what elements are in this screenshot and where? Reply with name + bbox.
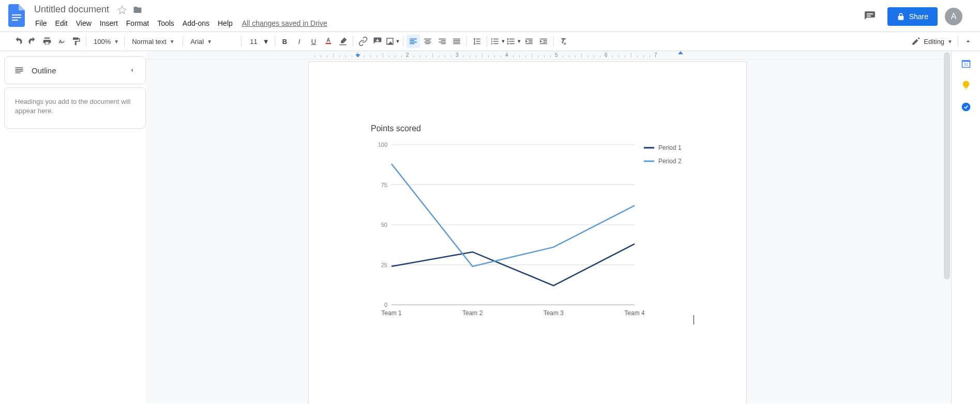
underline-button[interactable]: U: [307, 35, 321, 48]
svg-text:Team 4: Team 4: [624, 309, 645, 317]
align-justify-button[interactable]: [450, 35, 463, 48]
editing-mode-label: Editing: [924, 38, 944, 45]
menu-file[interactable]: File: [31, 17, 51, 29]
workspace: Outline Headings you add to the document…: [0, 51, 980, 403]
svg-text:Period 2: Period 2: [658, 158, 682, 165]
scrollbar-thumb[interactable]: [944, 52, 950, 279]
align-center-button[interactable]: [421, 35, 434, 48]
pencil-icon: [911, 37, 921, 46]
paragraph-style-value: Normal text: [132, 38, 166, 45]
horizontal-ruler[interactable]: 1234567: [146, 51, 951, 59]
header-actions: Share A: [860, 3, 976, 27]
svg-rect-1: [12, 17, 21, 18]
align-right-button[interactable]: [435, 35, 449, 48]
align-left-button[interactable]: [406, 35, 420, 48]
outline-title-label: Outline: [32, 66, 56, 75]
redo-button[interactable]: [26, 35, 39, 48]
chevron-down-icon: ▼: [396, 39, 400, 44]
svg-rect-0: [12, 14, 21, 15]
outline-panel: Outline Headings you add to the document…: [0, 51, 146, 403]
chevron-down-icon: ▼: [947, 39, 953, 44]
spellcheck-button[interactable]: [55, 35, 68, 48]
save-status-link[interactable]: All changes saved in Drive: [237, 17, 333, 29]
comment-history-icon[interactable]: [860, 6, 880, 27]
chart-object[interactable]: Points scored 0255075100Team 1Team 2Team…: [371, 124, 702, 325]
menu-bar: File Edit View Insert Format Tools Add-o…: [29, 16, 860, 32]
clear-formatting-button[interactable]: [557, 35, 570, 48]
doc-title-input[interactable]: Untitled document: [31, 3, 112, 16]
svg-point-30: [961, 103, 970, 112]
undo-button[interactable]: [11, 35, 25, 48]
share-button-label: Share: [909, 12, 928, 21]
text-color-button[interactable]: [322, 35, 335, 48]
menu-help[interactable]: Help: [214, 17, 237, 29]
lock-icon: [897, 12, 905, 21]
paint-format-button[interactable]: [69, 35, 83, 48]
menu-view[interactable]: View: [72, 17, 96, 29]
svg-text:Team 2: Team 2: [462, 309, 483, 317]
docs-logo[interactable]: [6, 5, 27, 26]
menu-addons[interactable]: Add-ons: [178, 17, 214, 29]
insert-link-button[interactable]: [356, 35, 370, 48]
insert-comment-button[interactable]: [371, 35, 384, 48]
italic-button[interactable]: I: [293, 35, 306, 48]
zoom-value: 100%: [94, 38, 111, 45]
outline-collapse-button[interactable]: [128, 66, 136, 74]
svg-point-6: [507, 38, 509, 40]
svg-text:0: 0: [384, 302, 387, 308]
svg-text:Period 1: Period 1: [658, 144, 682, 151]
editing-mode-select[interactable]: Editing ▼: [907, 35, 955, 48]
share-button[interactable]: Share: [887, 7, 938, 26]
svg-rect-4: [867, 15, 871, 17]
chevron-down-icon: ▼: [207, 39, 212, 44]
ruler-tick: 7: [654, 52, 657, 58]
insert-image-button[interactable]: ▼: [385, 35, 400, 48]
svg-rect-5: [325, 43, 331, 44]
bold-button[interactable]: B: [278, 35, 292, 48]
tasks-addon-icon[interactable]: [961, 102, 971, 112]
outline-header: Outline: [4, 56, 146, 84]
svg-rect-3: [867, 13, 873, 14]
svg-text:Team 3: Team 3: [544, 309, 564, 317]
bulleted-list-button[interactable]: ▼: [506, 35, 521, 48]
ruler-tick: 4: [505, 52, 508, 58]
collapse-toolbar-button[interactable]: [961, 35, 975, 48]
print-button[interactable]: [40, 35, 54, 48]
menu-insert[interactable]: Insert: [96, 17, 122, 29]
chart-title: Points scored: [371, 124, 702, 133]
zoom-select[interactable]: 100%▼: [89, 35, 121, 48]
menu-tools[interactable]: Tools: [153, 17, 178, 29]
decrease-indent-button[interactable]: [522, 35, 536, 48]
calendar-addon-icon[interactable]: 31: [961, 58, 971, 69]
highlight-color-button[interactable]: [336, 35, 350, 48]
move-folder-icon[interactable]: [132, 4, 143, 15]
chart-plot: 0255075100Team 1Team 2Team 3Team 4Period…: [371, 139, 702, 325]
chevron-down-icon: ▼: [517, 39, 521, 44]
keep-addon-icon[interactable]: [961, 80, 971, 90]
paragraph-style-select[interactable]: Normal text▼: [128, 35, 179, 48]
svg-text:Team 1: Team 1: [381, 309, 402, 317]
svg-point-8: [507, 43, 509, 44]
line-spacing-button[interactable]: [470, 35, 484, 48]
vertical-scrollbar[interactable]: [944, 52, 950, 402]
increase-indent-button[interactable]: [537, 35, 550, 48]
font-family-select[interactable]: Arial▼: [186, 35, 238, 48]
editor-viewport[interactable]: 1234567 Points scored 0255075100Team 1Te…: [146, 51, 951, 403]
outline-hint: Headings you add to the document will ap…: [4, 87, 146, 129]
ruler-tick: 3: [456, 52, 459, 58]
menu-edit[interactable]: Edit: [51, 17, 72, 29]
text-cursor: [693, 315, 694, 324]
numbered-list-button[interactable]: ▼: [490, 35, 505, 48]
outline-icon: [14, 65, 24, 75]
svg-text:75: 75: [381, 182, 387, 188]
font-size-select[interactable]: 11▼: [245, 35, 271, 48]
title-area: Untitled document File Edit View Insert …: [29, 3, 860, 32]
chevron-down-icon: ▼: [114, 39, 119, 44]
svg-text:31: 31: [963, 62, 968, 67]
star-icon[interactable]: [116, 4, 128, 15]
account-avatar[interactable]: A: [945, 8, 962, 25]
menu-format[interactable]: Format: [122, 17, 153, 29]
page-canvas[interactable]: Points scored 0255075100Team 1Team 2Team…: [308, 61, 747, 403]
toolbar: 100%▼ Normal text▼ Arial▼ 11▼ B I U ▼ ▼ …: [0, 32, 980, 51]
svg-text:50: 50: [381, 222, 387, 228]
